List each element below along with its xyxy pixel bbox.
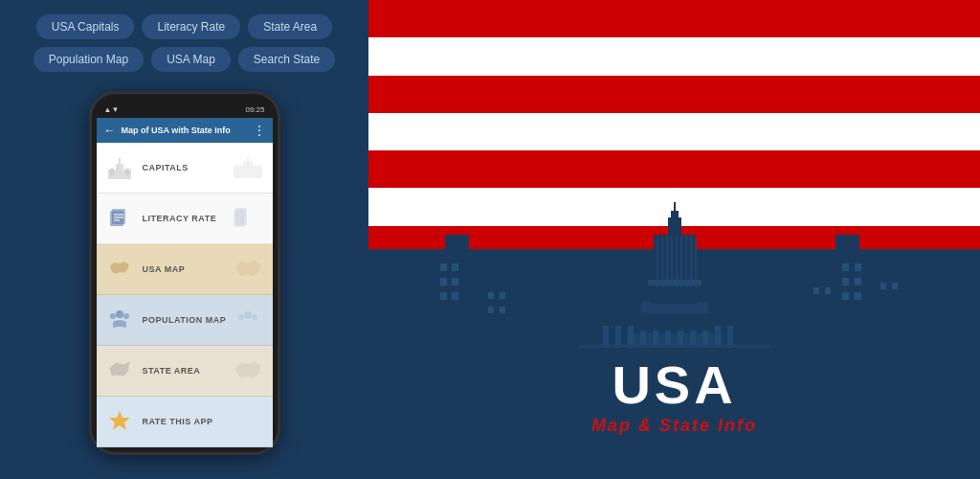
svg-rect-67 [715, 326, 721, 345]
svg-rect-28 [440, 278, 447, 285]
menu-thumb-state-area [231, 357, 265, 384]
stripe-4 [368, 113, 980, 150]
svg-rect-34 [488, 307, 494, 313]
svg-rect-26 [440, 263, 447, 271]
svg-rect-47 [813, 287, 819, 294]
svg-rect-44 [855, 278, 861, 285]
nav-btn-state-area[interactable]: State Area [248, 14, 332, 39]
nav-buttons: USA Capitals Literacy Rate State Area Po… [19, 14, 349, 72]
capitals-icon [104, 152, 135, 183]
svg-rect-72 [654, 235, 696, 287]
literacy-icon [104, 203, 135, 234]
menu-label-literacy: LITERACY RATE [143, 214, 231, 223]
menu-item-state-area[interactable]: STATE AREA [97, 346, 273, 397]
usa-text-block: USA Map & State Info [368, 358, 980, 436]
svg-point-17 [123, 313, 129, 319]
phone-status-bar: ▲▼ 09:25 [97, 103, 273, 118]
svg-rect-57 [732, 300, 790, 309]
phone-menu-icon[interactable]: ⋮ [254, 124, 265, 137]
menu-item-usa-map[interactable]: USA MAP [97, 244, 273, 295]
menu-label-state-area: STATE AREA [143, 366, 231, 376]
svg-rect-1 [116, 164, 123, 170]
left-panel: USA Capitals Literacy Rate State Area Po… [0, 0, 368, 479]
svg-rect-5 [234, 165, 262, 178]
menu-thumb-literacy [231, 205, 265, 232]
svg-rect-35 [500, 307, 505, 313]
svg-rect-41 [842, 263, 849, 271]
svg-rect-33 [500, 292, 505, 299]
nav-btn-usa-map[interactable]: USA Map [151, 47, 231, 72]
svg-rect-31 [452, 292, 458, 300]
menu-label-capitals: CAPITALS [143, 163, 231, 172]
nav-btn-search-state[interactable]: Search State [238, 47, 335, 72]
menu-label-rate-app: RATE THIS APP [143, 417, 265, 426]
usa-map-icon [104, 254, 135, 285]
svg-rect-6 [243, 161, 253, 165]
nav-row-2: Population Map USA Map Search State [19, 47, 349, 72]
right-panel: USA Map & State Info [368, 0, 980, 479]
svg-rect-29 [452, 278, 458, 285]
stripe-1 [368, 0, 980, 37]
svg-rect-45 [842, 292, 849, 300]
stripe-3 [368, 76, 980, 113]
svg-point-18 [244, 311, 252, 319]
svg-rect-69 [636, 311, 713, 331]
menu-item-population[interactable]: POPULATION MAP [97, 295, 273, 346]
status-signal: ▲▼ [104, 105, 120, 114]
svg-rect-83 [671, 211, 679, 220]
menu-thumb-usa-map [231, 256, 265, 283]
menu-thumb-population [231, 307, 265, 333]
usa-title: USA [368, 358, 980, 412]
svg-rect-4 [125, 168, 129, 175]
svg-rect-46 [855, 292, 861, 300]
svg-rect-50 [892, 283, 898, 289]
menu-item-literacy[interactable]: LITERACY RATE [97, 194, 273, 244]
phone-mockup: ▲▼ 09:25 ← Map of USA with State Info ⋮ [89, 91, 280, 479]
svg-point-15 [116, 310, 123, 318]
menu-thumb-capitals [231, 154, 265, 181]
state-area-icon [104, 355, 135, 386]
svg-rect-14 [235, 208, 247, 225]
nav-btn-capitals[interactable]: USA Capitals [36, 14, 135, 39]
svg-marker-21 [109, 411, 130, 430]
svg-rect-59 [615, 326, 621, 345]
population-icon [104, 305, 135, 335]
rate-star-icon [104, 406, 135, 437]
svg-rect-85 [648, 280, 702, 285]
svg-rect-24 [445, 235, 469, 254]
svg-point-19 [238, 314, 244, 320]
svg-rect-3 [110, 168, 114, 175]
svg-rect-58 [603, 326, 609, 345]
svg-rect-42 [855, 263, 861, 271]
nav-row-1: USA Capitals Literacy Rate State Area [19, 14, 349, 39]
phone-device: ▲▼ 09:25 ← Map of USA with State Info ⋮ [89, 91, 280, 455]
svg-rect-68 [727, 326, 733, 345]
svg-rect-9 [112, 209, 125, 224]
menu-item-capitals[interactable]: CAPITALS [97, 143, 273, 194]
menu-label-population: POPULATION MAP [143, 315, 231, 325]
phone-app-title: Map of USA with State Info [122, 125, 254, 135]
svg-rect-7 [247, 157, 249, 161]
svg-rect-2 [119, 158, 121, 164]
status-time: 09:25 [245, 105, 264, 114]
nav-btn-literacy[interactable]: Literacy Rate [142, 14, 240, 39]
svg-rect-43 [842, 278, 849, 285]
usa-subtitle: Map & State Info [368, 416, 980, 436]
svg-rect-30 [440, 292, 447, 300]
svg-rect-32 [488, 292, 494, 299]
svg-point-20 [252, 314, 257, 320]
svg-rect-48 [825, 287, 831, 294]
back-arrow-icon[interactable]: ← [104, 124, 116, 137]
svg-rect-60 [628, 326, 634, 345]
svg-rect-84 [674, 202, 676, 212]
menu-label-usa-map: USA MAP [143, 264, 231, 274]
menu-item-rate-app[interactable]: RATE THIS APP [97, 397, 273, 447]
svg-point-16 [110, 313, 116, 319]
stripe-2 [368, 37, 980, 75]
svg-rect-27 [452, 263, 458, 271]
svg-rect-38 [835, 235, 859, 254]
svg-rect-49 [880, 283, 886, 289]
phone-title-bar: ← Map of USA with State Info ⋮ [97, 118, 273, 143]
nav-btn-population[interactable]: Population Map [33, 47, 144, 72]
svg-rect-55 [723, 307, 799, 345]
